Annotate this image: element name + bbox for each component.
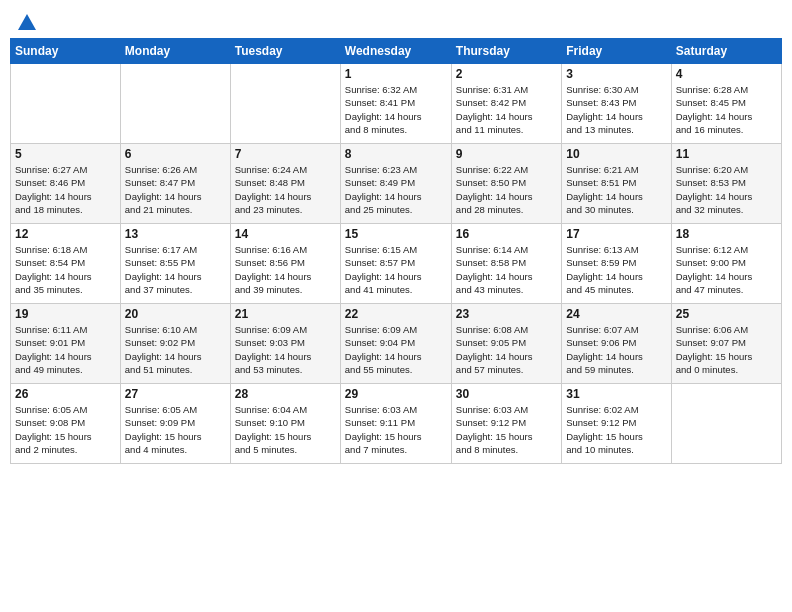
calendar-cell: 9Sunrise: 6:22 AM Sunset: 8:50 PM Daylig…: [451, 144, 561, 224]
calendar-cell: [230, 64, 340, 144]
day-number: 17: [566, 227, 666, 241]
day-info: Sunrise: 6:05 AM Sunset: 9:09 PM Dayligh…: [125, 403, 226, 456]
calendar-cell: 17Sunrise: 6:13 AM Sunset: 8:59 PM Dayli…: [562, 224, 671, 304]
day-number: 14: [235, 227, 336, 241]
day-info: Sunrise: 6:24 AM Sunset: 8:48 PM Dayligh…: [235, 163, 336, 216]
day-number: 29: [345, 387, 447, 401]
calendar-cell: 8Sunrise: 6:23 AM Sunset: 8:49 PM Daylig…: [340, 144, 451, 224]
day-info: Sunrise: 6:16 AM Sunset: 8:56 PM Dayligh…: [235, 243, 336, 296]
calendar-cell: 5Sunrise: 6:27 AM Sunset: 8:46 PM Daylig…: [11, 144, 121, 224]
day-info: Sunrise: 6:30 AM Sunset: 8:43 PM Dayligh…: [566, 83, 666, 136]
calendar-cell: 30Sunrise: 6:03 AM Sunset: 9:12 PM Dayli…: [451, 384, 561, 464]
calendar-cell: [120, 64, 230, 144]
calendar-cell: 11Sunrise: 6:20 AM Sunset: 8:53 PM Dayli…: [671, 144, 781, 224]
calendar-cell: 15Sunrise: 6:15 AM Sunset: 8:57 PM Dayli…: [340, 224, 451, 304]
day-info: Sunrise: 6:02 AM Sunset: 9:12 PM Dayligh…: [566, 403, 666, 456]
day-number: 26: [15, 387, 116, 401]
day-number: 23: [456, 307, 557, 321]
calendar-table: SundayMondayTuesdayWednesdayThursdayFrid…: [10, 38, 782, 464]
day-number: 11: [676, 147, 777, 161]
calendar-cell: 4Sunrise: 6:28 AM Sunset: 8:45 PM Daylig…: [671, 64, 781, 144]
day-number: 30: [456, 387, 557, 401]
calendar-header-row: SundayMondayTuesdayWednesdayThursdayFrid…: [11, 39, 782, 64]
day-info: Sunrise: 6:18 AM Sunset: 8:54 PM Dayligh…: [15, 243, 116, 296]
day-number: 18: [676, 227, 777, 241]
calendar-cell: 29Sunrise: 6:03 AM Sunset: 9:11 PM Dayli…: [340, 384, 451, 464]
calendar-cell: 7Sunrise: 6:24 AM Sunset: 8:48 PM Daylig…: [230, 144, 340, 224]
logo: [14, 14, 38, 30]
column-header-thursday: Thursday: [451, 39, 561, 64]
day-info: Sunrise: 6:03 AM Sunset: 9:12 PM Dayligh…: [456, 403, 557, 456]
day-number: 28: [235, 387, 336, 401]
column-header-wednesday: Wednesday: [340, 39, 451, 64]
calendar-week-row: 19Sunrise: 6:11 AM Sunset: 9:01 PM Dayli…: [11, 304, 782, 384]
calendar-week-row: 5Sunrise: 6:27 AM Sunset: 8:46 PM Daylig…: [11, 144, 782, 224]
calendar-cell: 28Sunrise: 6:04 AM Sunset: 9:10 PM Dayli…: [230, 384, 340, 464]
column-header-monday: Monday: [120, 39, 230, 64]
day-info: Sunrise: 6:12 AM Sunset: 9:00 PM Dayligh…: [676, 243, 777, 296]
day-info: Sunrise: 6:14 AM Sunset: 8:58 PM Dayligh…: [456, 243, 557, 296]
column-header-tuesday: Tuesday: [230, 39, 340, 64]
day-number: 12: [15, 227, 116, 241]
calendar-cell: 2Sunrise: 6:31 AM Sunset: 8:42 PM Daylig…: [451, 64, 561, 144]
calendar-cell: 1Sunrise: 6:32 AM Sunset: 8:41 PM Daylig…: [340, 64, 451, 144]
calendar-cell: 3Sunrise: 6:30 AM Sunset: 8:43 PM Daylig…: [562, 64, 671, 144]
day-number: 6: [125, 147, 226, 161]
column-header-sunday: Sunday: [11, 39, 121, 64]
day-info: Sunrise: 6:17 AM Sunset: 8:55 PM Dayligh…: [125, 243, 226, 296]
day-info: Sunrise: 6:03 AM Sunset: 9:11 PM Dayligh…: [345, 403, 447, 456]
calendar-cell: 13Sunrise: 6:17 AM Sunset: 8:55 PM Dayli…: [120, 224, 230, 304]
day-info: Sunrise: 6:23 AM Sunset: 8:49 PM Dayligh…: [345, 163, 447, 216]
day-number: 31: [566, 387, 666, 401]
day-number: 16: [456, 227, 557, 241]
day-number: 21: [235, 307, 336, 321]
calendar-cell: 14Sunrise: 6:16 AM Sunset: 8:56 PM Dayli…: [230, 224, 340, 304]
day-number: 27: [125, 387, 226, 401]
day-info: Sunrise: 6:11 AM Sunset: 9:01 PM Dayligh…: [15, 323, 116, 376]
calendar-week-row: 1Sunrise: 6:32 AM Sunset: 8:41 PM Daylig…: [11, 64, 782, 144]
day-info: Sunrise: 6:28 AM Sunset: 8:45 PM Dayligh…: [676, 83, 777, 136]
day-info: Sunrise: 6:06 AM Sunset: 9:07 PM Dayligh…: [676, 323, 777, 376]
calendar-cell: 6Sunrise: 6:26 AM Sunset: 8:47 PM Daylig…: [120, 144, 230, 224]
calendar-cell: 20Sunrise: 6:10 AM Sunset: 9:02 PM Dayli…: [120, 304, 230, 384]
day-info: Sunrise: 6:32 AM Sunset: 8:41 PM Dayligh…: [345, 83, 447, 136]
calendar-cell: 18Sunrise: 6:12 AM Sunset: 9:00 PM Dayli…: [671, 224, 781, 304]
day-number: 8: [345, 147, 447, 161]
day-info: Sunrise: 6:31 AM Sunset: 8:42 PM Dayligh…: [456, 83, 557, 136]
day-info: Sunrise: 6:09 AM Sunset: 9:03 PM Dayligh…: [235, 323, 336, 376]
day-info: Sunrise: 6:22 AM Sunset: 8:50 PM Dayligh…: [456, 163, 557, 216]
day-number: 7: [235, 147, 336, 161]
page-header: [10, 10, 782, 30]
calendar-cell: 26Sunrise: 6:05 AM Sunset: 9:08 PM Dayli…: [11, 384, 121, 464]
day-info: Sunrise: 6:26 AM Sunset: 8:47 PM Dayligh…: [125, 163, 226, 216]
day-info: Sunrise: 6:08 AM Sunset: 9:05 PM Dayligh…: [456, 323, 557, 376]
day-info: Sunrise: 6:15 AM Sunset: 8:57 PM Dayligh…: [345, 243, 447, 296]
day-number: 20: [125, 307, 226, 321]
calendar-cell: 22Sunrise: 6:09 AM Sunset: 9:04 PM Dayli…: [340, 304, 451, 384]
day-info: Sunrise: 6:04 AM Sunset: 9:10 PM Dayligh…: [235, 403, 336, 456]
calendar-cell: 19Sunrise: 6:11 AM Sunset: 9:01 PM Dayli…: [11, 304, 121, 384]
calendar-cell: 23Sunrise: 6:08 AM Sunset: 9:05 PM Dayli…: [451, 304, 561, 384]
day-number: 13: [125, 227, 226, 241]
day-number: 15: [345, 227, 447, 241]
calendar-cell: [671, 384, 781, 464]
day-number: 1: [345, 67, 447, 81]
day-info: Sunrise: 6:09 AM Sunset: 9:04 PM Dayligh…: [345, 323, 447, 376]
day-number: 22: [345, 307, 447, 321]
day-number: 2: [456, 67, 557, 81]
calendar-cell: 25Sunrise: 6:06 AM Sunset: 9:07 PM Dayli…: [671, 304, 781, 384]
calendar-cell: 21Sunrise: 6:09 AM Sunset: 9:03 PM Dayli…: [230, 304, 340, 384]
day-number: 25: [676, 307, 777, 321]
calendar-cell: 27Sunrise: 6:05 AM Sunset: 9:09 PM Dayli…: [120, 384, 230, 464]
calendar-week-row: 12Sunrise: 6:18 AM Sunset: 8:54 PM Dayli…: [11, 224, 782, 304]
day-info: Sunrise: 6:05 AM Sunset: 9:08 PM Dayligh…: [15, 403, 116, 456]
calendar-cell: [11, 64, 121, 144]
day-info: Sunrise: 6:13 AM Sunset: 8:59 PM Dayligh…: [566, 243, 666, 296]
day-info: Sunrise: 6:07 AM Sunset: 9:06 PM Dayligh…: [566, 323, 666, 376]
day-info: Sunrise: 6:20 AM Sunset: 8:53 PM Dayligh…: [676, 163, 777, 216]
day-info: Sunrise: 6:21 AM Sunset: 8:51 PM Dayligh…: [566, 163, 666, 216]
column-header-friday: Friday: [562, 39, 671, 64]
calendar-cell: 24Sunrise: 6:07 AM Sunset: 9:06 PM Dayli…: [562, 304, 671, 384]
calendar-cell: 12Sunrise: 6:18 AM Sunset: 8:54 PM Dayli…: [11, 224, 121, 304]
logo-icon: [16, 12, 38, 34]
